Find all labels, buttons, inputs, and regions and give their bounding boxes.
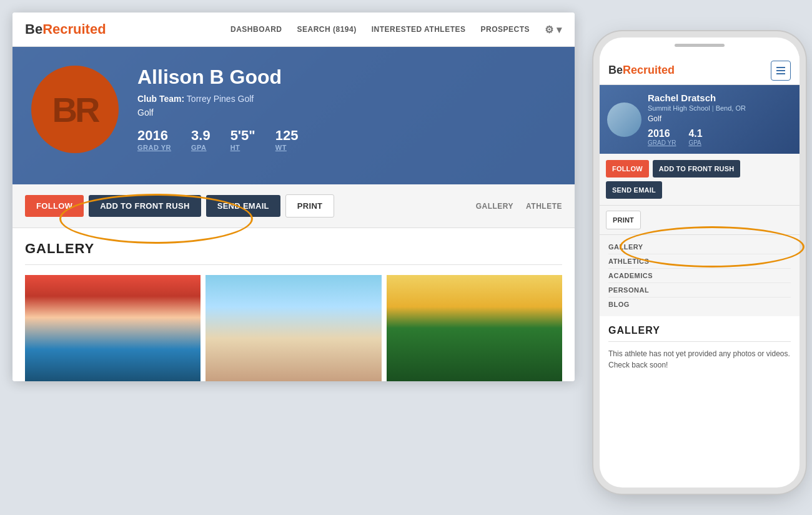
mobile-gallery-empty-text: This athlete has not yet provided any ph… <box>608 348 791 371</box>
stat-gpa-label[interactable]: GPA <box>191 144 210 151</box>
mobile-logo: BeRecruited <box>608 64 675 77</box>
logo-be: Be <box>25 21 42 37</box>
stat-gpa: 3.9 GPA <box>191 128 210 151</box>
nav-bar: BeRecruited DASHBOARD SEARCH (8194) INTE… <box>12 12 575 47</box>
mobile-add-to-front-rush-button[interactable]: ADD TO FRONT RUSH <box>653 160 741 178</box>
mobile-stat-gpa: 4.1 GPA <box>688 128 702 146</box>
mobile-stat-grad-yr-value: 2016 <box>648 128 676 139</box>
stat-wt-value: 125 <box>275 128 299 144</box>
mobile-gallery-link[interactable]: GALLERY <box>608 240 791 254</box>
add-to-front-rush-button[interactable]: ADD TO FRONT RUSH <box>89 195 201 217</box>
nav-search[interactable]: SEARCH (8194) <box>297 25 356 34</box>
mobile-print-row: PRINT <box>600 206 800 235</box>
logo: BeRecruited <box>25 21 106 38</box>
avatar-letters: BR <box>52 89 98 130</box>
nav-links: DASHBOARD SEARCH (8194) INTERESTED ATHLE… <box>230 24 562 36</box>
mobile-logo-be: Be <box>608 64 623 76</box>
gallery-image-3[interactable] <box>387 275 562 381</box>
send-email-button[interactable]: SEND EMAIL <box>206 195 280 217</box>
mobile-menu-button[interactable] <box>771 61 791 81</box>
mobile-academics-link[interactable]: ACADEMICS <box>608 269 791 283</box>
hamburger-icon <box>776 67 785 74</box>
follow-button[interactable]: FOLLOW <box>25 195 84 217</box>
club-team: Club Team: Torrey Pines Golf <box>137 94 556 104</box>
mobile-logo-recruited: Recruited <box>623 64 675 76</box>
mobile-personal-link[interactable]: PERSONAL <box>608 283 791 298</box>
mobile-location: Bend, OR <box>716 104 746 112</box>
profile-info: Allison B Good Club Team: Torrey Pines G… <box>137 66 556 151</box>
avatar: BR <box>31 66 119 153</box>
mobile-stats: 2016 GRAD YR 4.1 GPA <box>648 128 792 146</box>
gear-icon[interactable]: ⚙ ▾ <box>545 24 562 36</box>
mobile-stat-grad-yr-label[interactable]: GRAD YR <box>648 139 676 146</box>
athletics-link[interactable]: ATHLETE <box>526 202 562 211</box>
gallery-divider <box>25 264 562 265</box>
logo-recruited: Recruited <box>42 21 106 37</box>
mobile-stat-gpa-label[interactable]: GPA <box>688 139 702 146</box>
mobile-profile-info: Rachel Dratsch Summit High School | Bend… <box>648 92 792 146</box>
club-team-label: Club Team: <box>137 94 184 104</box>
mobile-avatar-inner <box>607 102 641 137</box>
gallery-link[interactable]: GALLERY <box>476 202 513 211</box>
mobile-school: Summit High School | Bend, OR <box>648 104 792 112</box>
gallery-image-1[interactable] <box>25 275 201 381</box>
mobile-gallery-section: GALLERY This athlete has not yet provide… <box>600 316 800 371</box>
section-nav: GALLERY ATHLETE <box>476 202 562 211</box>
desktop-view: BeRecruited DASHBOARD SEARCH (8194) INTE… <box>12 12 575 381</box>
mobile-blog-link[interactable]: BLOG <box>608 298 791 311</box>
stat-ht: 5'5" HT <box>230 128 255 151</box>
stat-ht-value: 5'5" <box>230 128 255 144</box>
mobile-athlete-name: Rachel Dratsch <box>648 92 792 103</box>
stat-grad-yr-label[interactable]: GRAD YR <box>137 144 171 151</box>
hamburger-line-2 <box>776 70 785 71</box>
mobile-stat-grad-yr: 2016 GRAD YR <box>648 128 676 146</box>
nav-interested-athletes[interactable]: INTERESTED ATHLETES <box>372 25 466 34</box>
mobile-stat-gpa-value: 4.1 <box>688 128 702 139</box>
action-bar: FOLLOW ADD TO FRONT RUSH SEND EMAIL PRIN… <box>12 184 575 228</box>
stat-ht-label[interactable]: HT <box>230 144 255 151</box>
stat-gpa-value: 3.9 <box>191 128 210 144</box>
gallery-image-2[interactable] <box>205 275 381 381</box>
hamburger-line-1 <box>776 67 785 68</box>
athlete-name: Allison B Good <box>137 66 556 89</box>
nav-dashboard[interactable]: DASHBOARD <box>230 25 282 34</box>
gallery-section: GALLERY <box>12 228 575 381</box>
gallery-grid <box>25 275 562 381</box>
stat-wt: 125 WT <box>275 128 299 151</box>
hamburger-line-3 <box>776 73 785 74</box>
stat-wt-label[interactable]: WT <box>275 144 299 151</box>
mobile-print-button[interactable]: PRINT <box>606 211 641 229</box>
mobile-device: BeRecruited Rachel Dratsch Summit High S… <box>600 38 800 488</box>
mobile-section-nav: GALLERY ATHLETICS ACADEMICS PERSONAL BLO… <box>600 235 800 316</box>
mobile-gallery-divider <box>608 341 791 342</box>
stat-grad-yr: 2016 GRAD YR <box>137 128 171 151</box>
mobile-sport: Golf <box>648 114 792 123</box>
mobile-action-bar: FOLLOW ADD TO FRONT RUSH SEND EMAIL <box>600 154 800 206</box>
mobile-send-email-button[interactable]: SEND EMAIL <box>606 181 662 199</box>
sport-label: Golf <box>137 108 556 118</box>
mobile-avatar <box>607 102 641 137</box>
gallery-title: GALLERY <box>25 241 562 257</box>
mobile-follow-button[interactable]: FOLLOW <box>606 160 649 178</box>
mobile-athletics-link[interactable]: ATHLETICS <box>608 254 791 269</box>
mobile-inner: BeRecruited Rachel Dratsch Summit High S… <box>600 56 800 469</box>
print-button[interactable]: PRINT <box>285 194 335 218</box>
mobile-gallery-title: GALLERY <box>608 325 791 336</box>
club-team-value: Torrey Pines Golf <box>187 94 254 104</box>
nav-prospects[interactable]: PROSPECTS <box>481 25 530 34</box>
stats-row: 2016 GRAD YR 3.9 GPA 5'5" HT 125 WT <box>137 128 556 151</box>
mobile-profile-banner: Rachel Dratsch Summit High School | Bend… <box>600 85 800 154</box>
mobile-school-name: Summit High School <box>648 104 710 112</box>
mobile-nav: BeRecruited <box>600 56 800 85</box>
profile-banner: BR Allison B Good Club Team: Torrey Pine… <box>12 47 575 184</box>
stat-grad-yr-value: 2016 <box>137 128 171 144</box>
